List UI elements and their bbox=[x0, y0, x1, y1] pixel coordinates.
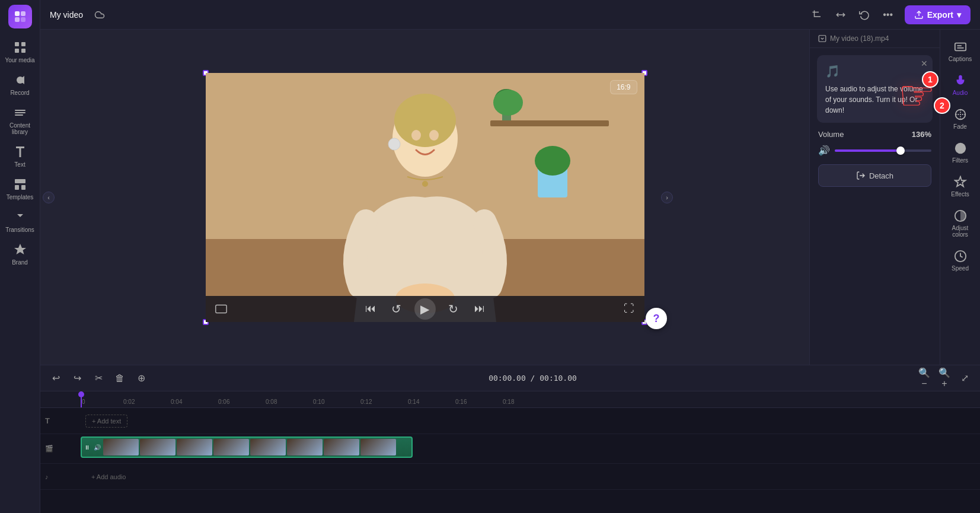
file-name: My video (18).mp4 bbox=[830, 34, 889, 43]
rail-item-captions[interactable]: Captions bbox=[943, 34, 978, 68]
rail-item-speed[interactable]: Speed bbox=[943, 244, 978, 278]
crop-button[interactable] bbox=[807, 5, 826, 24]
aspect-ratio-button[interactable]: 16:9 bbox=[610, 80, 637, 94]
svg-rect-6 bbox=[15, 49, 19, 53]
audio-tooltip: ✕ 🎵 Use audio to adjust the volume of yo… bbox=[817, 55, 933, 123]
svg-point-29 bbox=[388, 138, 400, 150]
sidebar-label-content-library: Content library bbox=[5, 122, 36, 135]
canvas-expand-arrow[interactable]: › bbox=[661, 192, 673, 203]
svg-rect-4 bbox=[15, 42, 19, 46]
delete-button[interactable]: 🗑 bbox=[111, 370, 128, 387]
subtitle-button[interactable] bbox=[213, 301, 229, 317]
skip-forward-button[interactable]: ⏭ bbox=[471, 301, 488, 317]
rail-item-fade[interactable]: Fade bbox=[943, 102, 978, 136]
rail-item-effects[interactable]: Effects bbox=[943, 170, 978, 203]
timeline-time: 00:00.00 / 00:10.00 bbox=[154, 374, 911, 383]
svg-rect-14 bbox=[21, 185, 25, 190]
volume-label: Volume bbox=[818, 130, 844, 139]
project-name: My video bbox=[50, 10, 83, 20]
rail-item-filters[interactable]: Filters bbox=[943, 136, 978, 170]
clip-thumb-5 bbox=[250, 439, 286, 455]
panel-collapse-arrow[interactable]: ‹ bbox=[43, 192, 55, 203]
undo-button[interactable]: ↩ bbox=[47, 370, 64, 387]
ruler-12: 0:12 bbox=[360, 399, 372, 405]
rewind-button[interactable]: ↺ bbox=[388, 301, 405, 317]
video-wrapper: ⏮ ↺ ▶ ↻ ⏭ ⛶ 16:9 bbox=[206, 73, 644, 322]
ruler-18: 0:18 bbox=[503, 399, 514, 405]
clip-thumb-8 bbox=[360, 439, 396, 455]
tooltip-close-button[interactable]: ✕ bbox=[921, 59, 928, 68]
svg-rect-12 bbox=[15, 179, 25, 183]
volume-slider-row: 🔊 bbox=[818, 145, 931, 156]
detach-label: Detach bbox=[869, 171, 893, 180]
video-track-body: ⏸ 🔊 bbox=[81, 434, 980, 463]
export-chevron: ▾ bbox=[957, 10, 961, 20]
svg-point-27 bbox=[411, 130, 421, 141]
sidebar-item-transitions[interactable]: Transitions bbox=[2, 205, 38, 238]
rotate-button[interactable] bbox=[855, 5, 874, 24]
audio-track-label: ♪ bbox=[40, 473, 81, 480]
ruler-02: 0:02 bbox=[123, 399, 135, 405]
video-track-icon: 🎬 bbox=[45, 445, 53, 453]
volume-track[interactable] bbox=[835, 149, 931, 152]
sidebar-item-your-media[interactable]: Your media bbox=[2, 36, 38, 68]
sidebar-item-text[interactable]: Text bbox=[2, 140, 38, 173]
ruler-04: 0:04 bbox=[171, 399, 182, 405]
export-button[interactable]: Export ▾ bbox=[905, 5, 971, 24]
rail-label-fade: Fade bbox=[953, 123, 967, 130]
cut-button[interactable]: ✂ bbox=[90, 370, 107, 387]
sidebar-item-templates[interactable]: Templates bbox=[2, 173, 38, 205]
timeline-content: 0 0:02 0:04 0:06 0:08 0:10 0:12 0:14 0:1… bbox=[40, 391, 980, 513]
time-ruler: 0 0:02 0:04 0:06 0:08 0:10 0:12 0:14 0:1… bbox=[40, 391, 980, 408]
svg-point-31 bbox=[422, 181, 428, 187]
sidebar-item-content-library[interactable]: Content library bbox=[2, 101, 38, 140]
ruler-10: 0:10 bbox=[313, 399, 324, 405]
svg-rect-13 bbox=[15, 185, 19, 190]
play-button[interactable]: ▶ bbox=[414, 298, 436, 320]
canvas-area: ‹ bbox=[40, 30, 809, 365]
app-logo[interactable] bbox=[8, 5, 32, 28]
expand-button[interactable]: ⤢ bbox=[956, 370, 973, 387]
svg-rect-0 bbox=[15, 11, 20, 16]
sidebar-label-templates: Templates bbox=[7, 194, 34, 200]
svg-point-38 bbox=[955, 143, 965, 154]
svg-rect-19 bbox=[490, 120, 609, 126]
volume-section: Volume 136% 🔊 bbox=[810, 130, 940, 164]
svg-rect-10 bbox=[15, 112, 25, 113]
player-left-controls bbox=[213, 301, 229, 317]
sidebar-item-brand[interactable]: Brand bbox=[2, 238, 38, 270]
ruler-16: 0:16 bbox=[455, 399, 467, 405]
zoom-in-button[interactable]: 🔍+ bbox=[936, 370, 953, 387]
forward-button[interactable]: ↻ bbox=[445, 301, 462, 317]
add-audio-button[interactable]: + Add audio bbox=[85, 471, 132, 483]
svg-rect-5 bbox=[21, 42, 25, 46]
skip-back-button[interactable]: ⏮ bbox=[362, 301, 379, 317]
volume-thumb[interactable] bbox=[896, 146, 905, 155]
save-cloud-button[interactable] bbox=[90, 5, 109, 24]
rail-item-adjust-colors[interactable]: Adjust colors bbox=[943, 203, 978, 244]
help-button[interactable]: ? bbox=[646, 308, 667, 329]
add-text-button[interactable]: + Add text bbox=[85, 415, 127, 428]
clip-thumb-2 bbox=[140, 439, 175, 455]
more-button[interactable]: ••• bbox=[879, 5, 898, 24]
sidebar-label-transitions: Transitions bbox=[5, 227, 34, 233]
redo-button[interactable]: ↪ bbox=[69, 370, 85, 387]
rail-label-filters: Filters bbox=[952, 157, 968, 164]
volume-icon: 🔊 bbox=[818, 145, 830, 156]
zoom-out-button[interactable]: 🔍− bbox=[916, 370, 933, 387]
rail-item-audio[interactable]: Audio bbox=[943, 68, 978, 102]
clip-thumb-3 bbox=[177, 439, 212, 455]
video-clip[interactable]: ⏸ 🔊 bbox=[81, 436, 413, 458]
audio-track-body: + Add audio bbox=[81, 464, 980, 489]
video-track-label: 🎬 bbox=[40, 445, 81, 453]
svg-point-24 bbox=[535, 146, 570, 176]
flip-button[interactable] bbox=[831, 5, 850, 24]
duplicate-button[interactable]: ⊕ bbox=[133, 370, 149, 387]
svg-rect-33 bbox=[819, 36, 826, 42]
detach-button[interactable]: Detach bbox=[818, 164, 931, 187]
volume-label-row: Volume 136% bbox=[818, 130, 931, 139]
fullscreen-button[interactable]: ⛶ bbox=[621, 301, 637, 317]
sidebar-item-record[interactable]: Record bbox=[2, 68, 38, 101]
sidebar-label-brand: Brand bbox=[12, 259, 28, 266]
playhead[interactable] bbox=[81, 391, 82, 407]
